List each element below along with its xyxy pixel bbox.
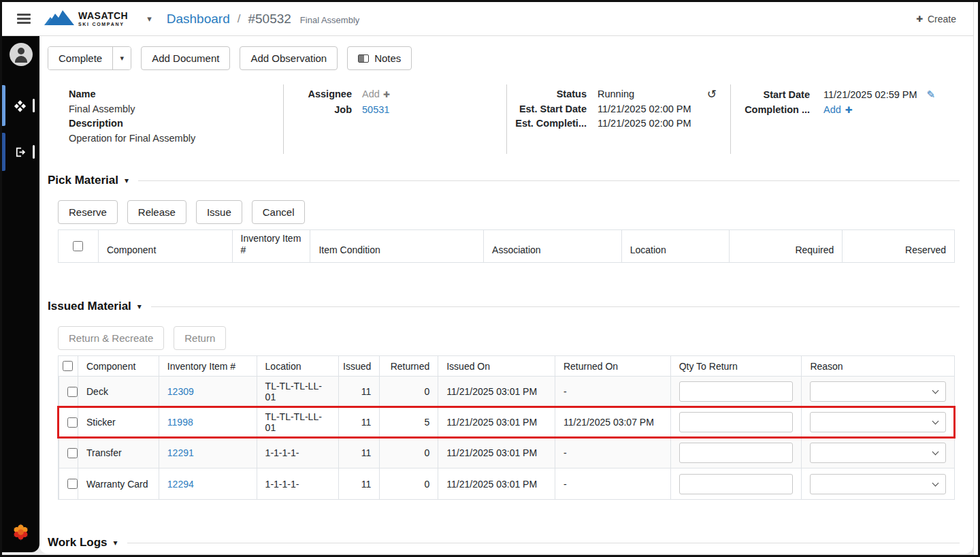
returned-on-cell: - [555, 438, 670, 468]
add-document-button[interactable]: Add Document [141, 46, 230, 70]
section-divider [151, 306, 960, 307]
pick-material-section-header: Pick Material ▾ [48, 174, 973, 187]
table-row: Transfer 12291 1-1-1-1- 11 0 11/21/2025 … [59, 438, 954, 468]
operation-details-panel: Name Final Assembly Description Operatio… [48, 84, 973, 154]
select-all-checkbox[interactable] [73, 241, 83, 251]
notes-button[interactable]: Notes [347, 46, 412, 70]
returned-on-cell: 11/21/2025 03:07 PM [555, 407, 670, 437]
job-link[interactable]: 50531 [362, 103, 389, 118]
chevron-down-icon [932, 387, 939, 394]
issued-material-collapse-caret-icon[interactable]: ▾ [137, 302, 142, 311]
reason-select[interactable] [810, 412, 946, 432]
assignee-add-button[interactable]: Add✚ [362, 87, 390, 103]
select-all-checkbox[interactable] [63, 361, 73, 371]
column-header-inventory-item: Inventory Item # [159, 356, 257, 376]
issued-cell: 11 [338, 407, 379, 437]
column-header-inventory-item: Inventory Item # [232, 230, 310, 262]
return-button[interactable]: Return [174, 326, 226, 350]
complete-dropdown-caret-icon[interactable]: ▾ [112, 47, 131, 69]
assignee-label: Assignee [284, 87, 352, 102]
issued-cell: 11 [338, 377, 379, 407]
component-cell: Sticker [78, 407, 159, 437]
inventory-item-link[interactable]: 11998 [167, 417, 193, 428]
qty-to-return-input[interactable] [679, 381, 794, 402]
component-cell: Warranty Card [78, 468, 159, 499]
column-header-returned: Returned [379, 356, 438, 376]
sidebar-item-scroll-handle [33, 145, 35, 159]
reason-select[interactable] [810, 474, 946, 494]
issue-button[interactable]: Issue [196, 200, 242, 224]
logout-icon[interactable] [14, 146, 27, 161]
issued-material-table: Component Inventory Item # Location Issu… [58, 355, 955, 500]
inventory-item-link[interactable]: 12294 [167, 479, 194, 490]
app-flower-logo-icon[interactable] [12, 523, 30, 544]
row-checkbox[interactable] [67, 387, 78, 397]
est-completion-value: 11/21/2025 02:00 PM [598, 116, 691, 131]
start-date-value: 11/21/2025 02:59 PM [823, 88, 917, 103]
release-button[interactable]: Release [127, 200, 186, 224]
inventory-item-link[interactable]: 12291 [167, 447, 194, 458]
qty-to-return-input[interactable] [679, 443, 794, 463]
column-header-required: Required [729, 230, 843, 262]
create-button[interactable]: ✚ Create [916, 14, 956, 25]
issued-on-cell: 11/21/2025 03:01 PM [438, 377, 555, 407]
start-date-label: Start Date [731, 88, 810, 103]
company-logo[interactable]: WASATCH SKI COMPANY [43, 9, 128, 29]
returned-cell: 0 [379, 468, 438, 499]
column-header-location: Location [621, 230, 729, 262]
breadcrumb-dashboard-link[interactable]: Dashboard [167, 12, 230, 27]
est-start-date-label: Est. Start Date [507, 102, 587, 117]
chevron-down-icon [932, 449, 939, 456]
work-logs-collapse-caret-icon[interactable]: ▾ [114, 538, 118, 547]
job-label: Job [284, 103, 352, 118]
qty-to-return-input[interactable] [679, 412, 794, 432]
sidebar-active-indicator-dark [2, 133, 5, 171]
cancel-button[interactable]: Cancel [252, 200, 306, 224]
column-header-location: Location [257, 356, 339, 376]
column-header-issued: Issued [338, 356, 379, 376]
status-value: Running [598, 87, 634, 102]
modules-icon[interactable] [14, 99, 27, 115]
table-row: Warranty Card 12294 1-1-1-1- 11 0 11/21/… [59, 468, 954, 499]
status-history-icon[interactable]: ↺ [707, 89, 717, 101]
inventory-item-link[interactable]: 12309 [167, 386, 194, 397]
breadcrumb-dropdown-caret-icon[interactable]: ▾ [147, 14, 152, 24]
reason-select[interactable] [810, 443, 946, 463]
create-label: Create [928, 14, 956, 25]
row-checkbox[interactable] [67, 448, 78, 458]
reason-select[interactable] [810, 381, 946, 402]
add-observation-button[interactable]: Add Observation [240, 46, 338, 70]
issued-material-section-header: Issued Material ▾ [48, 300, 973, 313]
column-header-reserved: Reserved [842, 230, 954, 262]
pick-material-collapse-caret-icon[interactable]: ▾ [125, 176, 129, 185]
location-cell: TL-TL-TL-LL-01 [257, 377, 339, 407]
work-logs-title: Work Logs [48, 536, 108, 550]
returned-on-cell: - [555, 468, 670, 499]
column-header-returned-on: Returned On [555, 356, 670, 376]
scrollbar-track[interactable] [973, 2, 974, 555]
issued-on-cell: 11/21/2025 03:01 PM [438, 407, 555, 437]
column-header-component: Component [98, 230, 232, 262]
issued-material-header-row: Component Inventory Item # Location Issu… [59, 356, 954, 377]
hamburger-menu-icon[interactable] [17, 12, 31, 26]
issued-on-cell: 11/21/2025 03:01 PM [438, 438, 555, 468]
breadcrumb-record-name: Final Assembly [300, 15, 359, 25]
edit-start-date-icon[interactable]: ✎ [927, 87, 936, 102]
status-label: Status [507, 87, 587, 102]
pick-material-title: Pick Material [48, 174, 118, 187]
user-avatar[interactable] [10, 43, 33, 66]
column-header-component: Component [78, 356, 159, 376]
location-cell: TL-TL-TL-LL-01 [257, 407, 339, 437]
section-divider [138, 180, 960, 181]
reserve-button[interactable]: Reserve [58, 200, 118, 224]
complete-button[interactable]: Complete [48, 47, 112, 69]
return-and-recreate-button[interactable]: Return & Recreate [58, 326, 164, 350]
completion-add-button[interactable]: Add✚ [823, 103, 853, 118]
qty-to-return-input[interactable] [679, 474, 794, 494]
completion-label: Completion ... [731, 103, 810, 118]
app-window: WASATCH SKI COMPANY ▾ Dashboard / #50532… [0, 0, 980, 557]
row-checkbox[interactable] [67, 417, 78, 428]
sidebar-item-scroll-handle [33, 99, 35, 112]
location-cell: 1-1-1-1- [257, 468, 339, 499]
row-checkbox[interactable] [67, 479, 78, 489]
